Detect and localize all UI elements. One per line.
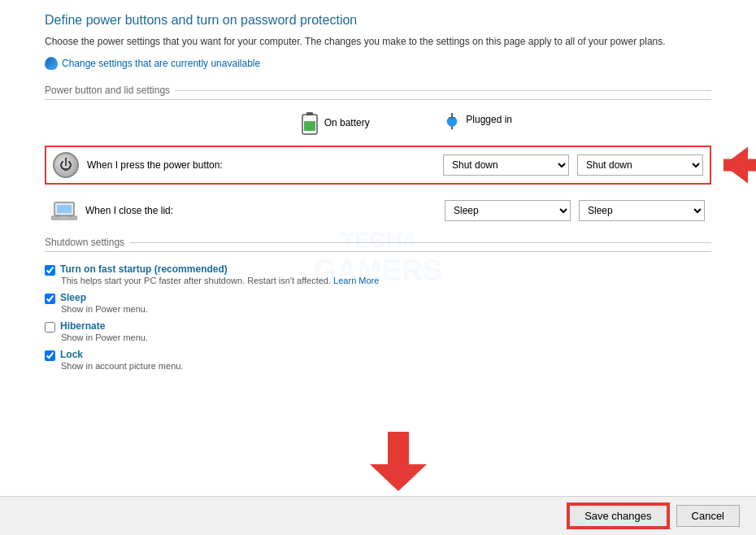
page-title: Define power buttons and turn on passwor… <box>45 13 711 28</box>
hibernate-sublabel: Show in Power menu. <box>61 333 711 342</box>
lid-plugged-dropdown[interactable]: Sleep Do nothing Hibernate Shut down <box>579 200 705 221</box>
svg-rect-9 <box>57 205 72 213</box>
down-arrow-annotation <box>366 428 431 493</box>
sleep-sublabel: Show in Power menu. <box>61 304 711 314</box>
shutdown-settings: Turn on fast startup (recommended) This … <box>45 263 711 371</box>
power-button-battery-dropdown[interactable]: Shut down Do nothing Sleep Hibernate Tur… <box>443 154 569 176</box>
power-button-icon <box>53 152 79 178</box>
change-settings-text: Change settings that are currently unava… <box>62 58 260 69</box>
laptop-icon <box>51 199 77 222</box>
hibernate-label[interactable]: Hibernate <box>60 320 105 332</box>
cancel-button[interactable]: Cancel <box>676 505 740 527</box>
svg-marker-13 <box>370 464 427 491</box>
lid-battery-dropdown[interactable]: Sleep Do nothing Hibernate Shut down <box>445 200 571 221</box>
power-section-title: Power button and lid settings <box>45 85 711 100</box>
hibernate-checkbox[interactable] <box>45 322 55 333</box>
lid-icon <box>51 198 77 224</box>
fast-startup-row: Turn on fast startup (recommended) <box>45 263 711 276</box>
plugged-column-header: Plugged in <box>415 111 541 141</box>
power-button-label: When I press the power button: <box>87 159 435 171</box>
fast-startup-label[interactable]: Turn on fast startup (recommended) <box>60 263 228 275</box>
footer-bar: Save changes Cancel <box>0 496 756 535</box>
svg-rect-1 <box>306 112 313 115</box>
power-button-row: When I press the power button: Shut down… <box>45 146 711 185</box>
svg-rect-12 <box>388 432 409 468</box>
svg-marker-7 <box>723 147 748 184</box>
lock-checkbox[interactable] <box>45 350 55 361</box>
change-settings-link[interactable]: Change settings that are currently unava… <box>45 57 711 70</box>
page-description: Choose the power settings that you want … <box>45 34 711 49</box>
lock-sublabel: Show in account picture menu. <box>61 361 711 371</box>
power-button-plugged-dropdown[interactable]: Shut down Do nothing Sleep Hibernate Tur… <box>577 154 703 176</box>
svg-rect-11 <box>59 215 69 217</box>
lock-row: Lock <box>45 349 711 361</box>
lid-row: When I close the lid: Sleep Do nothing H… <box>45 193 711 228</box>
sleep-label[interactable]: Sleep <box>60 292 86 303</box>
plug-icon <box>443 111 461 129</box>
sleep-row: Sleep <box>45 292 711 304</box>
fast-startup-checkbox[interactable] <box>45 265 55 276</box>
sleep-checkbox[interactable] <box>45 294 55 304</box>
battery-icon <box>301 111 319 136</box>
battery-column-header: On battery <box>272 111 398 141</box>
lid-label: When I close the lid: <box>85 205 437 216</box>
hibernate-row: Hibernate <box>45 320 711 333</box>
save-changes-button[interactable]: Save changes <box>568 504 667 528</box>
svg-rect-2 <box>304 121 315 131</box>
right-arrow-annotation <box>719 143 756 188</box>
fast-startup-sublabel: This helps start your PC faster after sh… <box>61 276 711 285</box>
learn-more-link[interactable]: Learn More <box>333 276 379 285</box>
lock-label[interactable]: Lock <box>60 349 83 360</box>
shutdown-section-title: Shutdown settings <box>45 237 711 252</box>
shield-icon <box>45 57 58 70</box>
